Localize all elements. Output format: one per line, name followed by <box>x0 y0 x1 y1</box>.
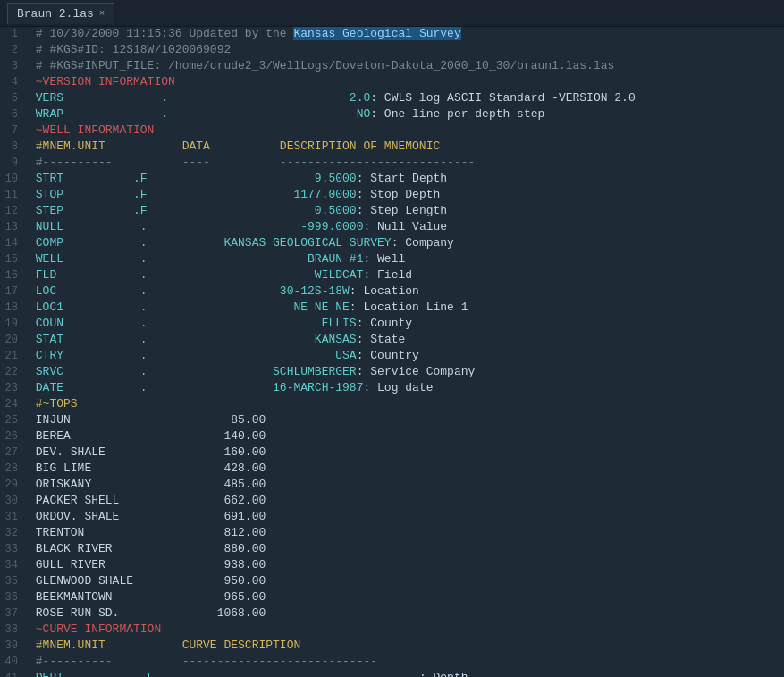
code-token: BEREA 140.00 <box>29 429 266 443</box>
code-token: ~CURVE INFORMATION <box>29 622 161 636</box>
line-number: 31 <box>0 511 25 523</box>
code-token: GULL RIVER 938.00 <box>29 558 266 571</box>
line-number: 14 <box>0 237 25 250</box>
code-token: #---------- ---- -----------------------… <box>29 156 475 169</box>
table-row: 14 COMP . KANSAS GEOLOGICAL SURVEY: Comp… <box>0 236 784 252</box>
line-content: VERS . 2.0: CWLS log ASCII Standard -VER… <box>25 91 784 105</box>
line-number: 36 <box>0 591 25 604</box>
line-content: ORDOV. SHALE 691.00 <box>25 510 784 523</box>
title-bar: Braun 2.las × <box>0 0 784 27</box>
table-row: 3 # #KGS#INPUT_FILE: /home/crude2_3/Well… <box>0 59 784 75</box>
line-content: STOP .F 1177.0000: Stop Depth <box>25 188 784 201</box>
code-token: ~VERSION INFORMATION <box>29 75 175 89</box>
line-number: 34 <box>0 559 25 571</box>
table-row: 38 ~CURVE INFORMATION <box>0 622 784 639</box>
code-token: : One line per depth step <box>370 107 544 121</box>
line-number: 13 <box>0 221 25 233</box>
table-row: 31 ORDOV. SHALE 691.00 <box>0 510 784 526</box>
line-number: 9 <box>0 157 25 169</box>
code-token: LOC . 30-12S-18W <box>29 284 350 298</box>
line-content: DATE . 16-MARCH-1987: Log date <box>25 381 784 394</box>
line-number: 38 <box>0 623 25 636</box>
line-number: 30 <box>0 495 25 507</box>
line-content: WRAP . NO: One line per depth step <box>25 107 784 121</box>
code-token: ~WELL INFORMATION <box>29 123 154 137</box>
code-token: FLD . WILDCAT <box>29 268 363 282</box>
code-token: STOP .F 1177.0000 <box>29 188 357 201</box>
line-number: 1 <box>0 28 25 40</box>
line-content: COUN . ELLIS: County <box>25 317 784 330</box>
table-row: 19 COUN . ELLIS: County <box>0 317 784 333</box>
code-token: INJUN 85.00 <box>29 413 266 427</box>
table-row: 20 STAT . KANSAS: State <box>0 333 784 349</box>
line-number: 3 <box>0 60 25 72</box>
line-content: WELL . BRAUN #1: Well <box>25 252 784 266</box>
code-token: STAT . KANSAS <box>29 333 357 346</box>
code-token: SRVC . SCHLUMBERGER <box>29 365 357 378</box>
table-row: 15 WELL . BRAUN #1: Well <box>0 252 784 268</box>
line-number: 39 <box>0 639 25 652</box>
line-number: 23 <box>0 382 25 394</box>
table-row: 37 ROSE RUN SD. 1068.00 <box>0 606 784 622</box>
line-number: 35 <box>0 575 25 588</box>
line-content: STRT .F 9.5000: Start Depth <box>25 172 784 185</box>
code-token: : Field <box>363 268 412 282</box>
line-content: SRVC . SCHLUMBERGER: Service Company <box>25 365 784 378</box>
line-number: 37 <box>0 607 25 620</box>
line-content: GULL RIVER 938.00 <box>25 558 784 571</box>
file-tab[interactable]: Braun 2.las × <box>7 3 114 24</box>
line-number: 40 <box>0 656 25 668</box>
table-row: 29 ORISKANY 485.00 <box>0 478 784 494</box>
code-token: LOC1 . NE NE NE <box>29 300 350 314</box>
line-number: 25 <box>0 414 25 427</box>
table-row: 35 GLENWOOD SHALE 950.00 <box>0 574 784 590</box>
table-row: 18 LOC1 . NE NE NE: Location Line 1 <box>0 300 784 317</box>
line-number: 16 <box>0 269 25 282</box>
code-token: : Company <box>392 236 454 250</box>
line-number: 20 <box>0 334 25 346</box>
line-number: 4 <box>0 76 25 89</box>
code-token: : Service Company <box>357 365 476 378</box>
code-token: : Log date <box>363 381 433 394</box>
code-token: : State <box>357 333 406 346</box>
code-token: : Null Value <box>363 220 447 233</box>
table-row: 10 STRT .F 9.5000: Start Depth <box>0 172 784 188</box>
table-row: 30 PACKER SHELL 662.00 <box>0 494 784 510</box>
code-token: DEPT .F <box>29 671 419 677</box>
line-content: BEREA 140.00 <box>25 429 784 443</box>
table-row: 27 DEV. SHALE 160.00 <box>0 445 784 461</box>
code-token: BIG LIME 428.00 <box>29 461 266 475</box>
line-content: ~WELL INFORMATION <box>25 123 784 137</box>
table-row: 8 #MNEM.UNIT DATA DESCRIPTION OF MNEMONI… <box>0 140 784 156</box>
code-token: WELL . BRAUN #1 <box>29 252 363 266</box>
code-token: STRT .F 9.5000 <box>29 172 357 185</box>
table-row: 21 CTRY . USA: Country <box>0 349 784 365</box>
line-number: 12 <box>0 205 25 217</box>
line-number: 27 <box>0 446 25 459</box>
code-token: : County <box>357 317 412 330</box>
code-token: STEP .F 0.5000 <box>29 204 357 217</box>
table-row: 4 ~VERSION INFORMATION <box>0 75 784 91</box>
code-token: COUN . ELLIS <box>29 317 357 330</box>
table-row: 2 # #KGS#ID: 12S18W/1020069092 <box>0 43 784 59</box>
line-content: #MNEM.UNIT DATA DESCRIPTION OF MNEMONIC <box>25 140 784 153</box>
line-number: 7 <box>0 124 25 137</box>
table-row: 9 #---------- ---- ---------------------… <box>0 156 784 172</box>
tab-close-button[interactable]: × <box>99 8 105 19</box>
line-number: 5 <box>0 92 25 105</box>
table-row: 39 #MNEM.UNIT CURVE DESCRIPTION <box>0 639 784 655</box>
code-token: NULL . -999.0000 <box>29 220 363 233</box>
line-number: 24 <box>0 398 25 410</box>
line-number: 18 <box>0 301 25 314</box>
line-number: 21 <box>0 350 25 362</box>
line-content: PACKER SHELL 662.00 <box>25 494 784 507</box>
table-row: 33 BLACK RIVER 880.00 <box>0 542 784 558</box>
line-content: GLENWOOD SHALE 950.00 <box>25 574 784 588</box>
line-content: ~CURVE INFORMATION <box>25 622 784 636</box>
line-content: #---------- ---------------------------- <box>25 655 784 668</box>
table-row: 22 SRVC . SCHLUMBERGER: Service Company <box>0 365 784 381</box>
table-row: 41 DEPT .F : Depth <box>0 671 784 677</box>
line-number: 19 <box>0 317 25 330</box>
code-token: DEV. SHALE 160.00 <box>29 445 266 459</box>
line-content: #---------- ---- -----------------------… <box>25 156 784 169</box>
